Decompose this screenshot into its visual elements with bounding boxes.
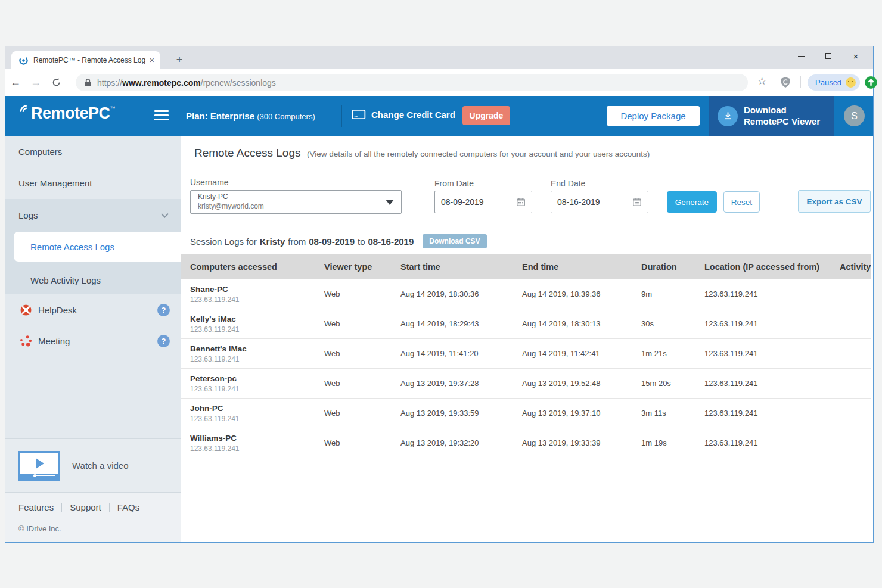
sidebar-item-label: HelpDesk bbox=[38, 305, 157, 315]
bookmark-star-icon[interactable]: ☆ bbox=[757, 76, 766, 86]
forward-button[interactable]: → bbox=[26, 76, 46, 89]
from-date-input[interactable]: 08-09-2019 bbox=[434, 191, 532, 213]
faqs-link[interactable]: FAQs bbox=[117, 502, 140, 512]
username-select[interactable]: Kristy-PC kristy@myworld.com bbox=[190, 190, 402, 214]
sync-paused-button[interactable]: Paused bbox=[808, 74, 860, 91]
download-viewer-button[interactable]: Download RemotePC Viewer bbox=[709, 96, 834, 136]
calendar-icon bbox=[516, 197, 526, 207]
reload-button[interactable] bbox=[46, 77, 66, 88]
upgrade-button[interactable]: Upgrade bbox=[462, 106, 510, 125]
minimize-button[interactable] bbox=[787, 46, 815, 66]
close-button[interactable]: × bbox=[842, 46, 869, 66]
table-row[interactable]: Shane-PC 123.63.119.241 Web Aug 14 2019,… bbox=[181, 279, 871, 309]
download-line2: RemotePC Viewer bbox=[744, 116, 820, 127]
features-link[interactable]: Features bbox=[18, 502, 54, 512]
cell-duration: 1m 21s bbox=[641, 349, 704, 358]
session-from-word: from bbox=[288, 237, 306, 247]
cell-start-time: Aug 14 2019, 18:30:36 bbox=[400, 290, 522, 298]
plan-name: Plan: Enterprise bbox=[186, 111, 254, 121]
computer-name: Peterson-pc bbox=[190, 374, 324, 384]
session-summary: Session Logs for Kristy from 08-09-2019 … bbox=[190, 234, 487, 248]
cell-end-time: Aug 14 2019, 11:42:41 bbox=[522, 349, 641, 358]
tab-close-icon[interactable]: × bbox=[148, 56, 156, 64]
change-credit-card-label: Change Credit Card bbox=[371, 110, 455, 120]
watch-video-section[interactable]: Watch a video bbox=[5, 438, 181, 492]
session-prefix: Session Logs for bbox=[190, 237, 257, 247]
app-header: RemotePC ™ Plan: Enterprise (300 Compute… bbox=[5, 96, 873, 136]
cell-computer: Kelly's iMac 123.63.119.241 bbox=[190, 314, 324, 333]
table-row[interactable]: Kelly's iMac 123.63.119.241 Web Aug 14 2… bbox=[181, 309, 871, 339]
sidebar-footer: Features Support FAQs © IDrive Inc. bbox=[5, 492, 181, 542]
username-computer: Kristy-PC bbox=[198, 192, 386, 202]
table-row[interactable]: Peterson-pc 123.63.119.241 Web Aug 13 20… bbox=[181, 369, 871, 399]
maximize-button[interactable] bbox=[815, 46, 842, 66]
remotepc-logo[interactable]: RemotePC ™ bbox=[18, 104, 116, 123]
col-end-time: End time bbox=[522, 262, 641, 272]
helpdesk-help-icon[interactable]: ? bbox=[157, 304, 170, 316]
cell-start-time: Aug 13 2019, 19:37:28 bbox=[400, 379, 522, 388]
sidebar-item-helpdesk[interactable]: HelpDesk ? bbox=[5, 294, 181, 325]
table-row[interactable]: John-PC 123.63.119.241 Web Aug 13 2019, … bbox=[181, 399, 871, 428]
paused-label: Paused bbox=[815, 78, 841, 87]
from-date-value: 08-09-2019 bbox=[441, 197, 484, 207]
computer-ip: 123.63.119.241 bbox=[190, 415, 324, 423]
sidebar-item-meeting[interactable]: Meeting ? bbox=[5, 325, 181, 356]
extension-shield-icon[interactable] bbox=[780, 76, 791, 88]
generate-button[interactable]: Generate bbox=[667, 191, 717, 213]
user-avatar[interactable]: S bbox=[844, 105, 865, 126]
url-bar[interactable]: https://www.remotepc.com/rpcnew/sessionl… bbox=[76, 74, 748, 91]
export-csv-button[interactable]: Export as CSV bbox=[798, 190, 871, 213]
cell-end-time: Aug 14 2019, 18:30:13 bbox=[522, 319, 641, 328]
menu-hamburger-icon[interactable] bbox=[154, 110, 169, 123]
cell-location: 123.63.119.241 bbox=[704, 290, 840, 298]
session-user: Kristy bbox=[260, 237, 285, 247]
sidebar-item-web-activity-logs[interactable]: Web Activity Logs bbox=[5, 266, 181, 294]
username-value: Kristy-PC kristy@myworld.com bbox=[198, 192, 386, 211]
username-label: Username bbox=[190, 178, 229, 187]
footer-links: Features Support FAQs bbox=[18, 502, 139, 512]
credit-card-icon bbox=[352, 109, 366, 120]
browser-update-icon[interactable] bbox=[864, 75, 878, 90]
table-row[interactable]: Bennett's iMac 123.63.119.241 Web Aug 14… bbox=[181, 339, 871, 369]
computer-name: Shane-PC bbox=[190, 284, 324, 295]
url-scheme: https:// bbox=[97, 78, 122, 88]
sidebar-item-remote-access-logs[interactable]: Remote Access Logs bbox=[14, 232, 181, 262]
download-csv-button[interactable]: Download CSV bbox=[423, 234, 486, 248]
change-credit-card-link[interactable]: Change Credit Card bbox=[352, 109, 455, 120]
end-date-label: End Date bbox=[551, 179, 585, 188]
cell-computer: Bennett's iMac 123.63.119.241 bbox=[190, 344, 324, 363]
new-tab-button[interactable]: + bbox=[171, 51, 188, 68]
reset-button[interactable]: Reset bbox=[723, 191, 760, 213]
sidebar-item-label: Remote Access Logs bbox=[30, 242, 114, 252]
meeting-help-icon[interactable]: ? bbox=[157, 335, 170, 347]
close-icon: × bbox=[853, 52, 859, 61]
plan-info: Plan: Enterprise (300 Computers) bbox=[186, 111, 315, 121]
table-row[interactable]: Williams-PC 123.63.119.241 Web Aug 13 20… bbox=[181, 428, 871, 458]
sidebar-item-logs[interactable]: Logs bbox=[5, 199, 181, 232]
browser-tab[interactable]: RemotePC™ - Remote Access Log × bbox=[11, 51, 160, 69]
video-player-icon bbox=[18, 451, 60, 481]
desktop: RemotePC™ - Remote Access Log × + × ← → bbox=[0, 0, 882, 588]
sidebar-item-computers[interactable]: Computers bbox=[5, 136, 181, 167]
col-duration: Duration bbox=[641, 262, 704, 272]
cell-duration: 1m 19s bbox=[641, 438, 704, 447]
cell-duration: 30s bbox=[641, 319, 704, 328]
cell-viewer-type: Web bbox=[324, 409, 400, 418]
session-to-word: to bbox=[358, 237, 365, 247]
computer-name: Kelly's iMac bbox=[190, 314, 324, 325]
sidebar-item-user-management[interactable]: User Management bbox=[5, 167, 181, 199]
back-button[interactable]: ← bbox=[5, 76, 26, 89]
end-date-input[interactable]: 08-16-2019 bbox=[551, 191, 648, 213]
header-divider bbox=[341, 105, 342, 127]
cell-end-time: Aug 13 2019, 19:37:10 bbox=[522, 409, 641, 418]
support-link[interactable]: Support bbox=[70, 502, 101, 512]
cell-end-time: Aug 13 2019, 19:33:39 bbox=[522, 438, 641, 447]
deploy-package-button[interactable]: Deploy Package bbox=[607, 106, 700, 126]
download-viewer-label: Download RemotePC Viewer bbox=[744, 105, 820, 127]
cell-start-time: Aug 14 2019, 11:41:20 bbox=[400, 349, 522, 358]
cell-computer: John-PC 123.63.119.241 bbox=[190, 403, 324, 422]
col-start-time: Start time bbox=[400, 262, 522, 272]
sidebar-item-label: Web Activity Logs bbox=[30, 275, 101, 285]
cell-computer: Peterson-pc 123.63.119.241 bbox=[190, 374, 324, 393]
cell-location: 123.63.119.241 bbox=[704, 379, 840, 388]
